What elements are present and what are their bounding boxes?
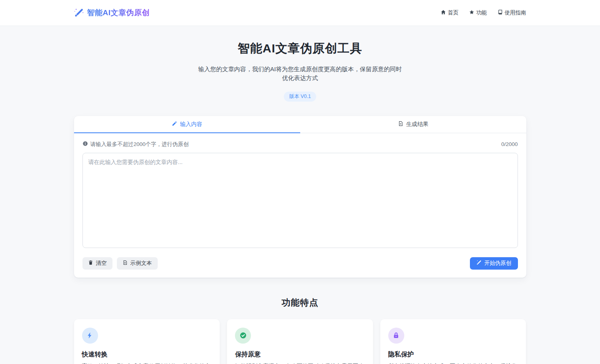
pen-icon bbox=[172, 121, 177, 128]
hero-section: 智能AI文章伪原创工具 输入您的文章内容，我们的AI将为您生成原创度更高的版本，… bbox=[0, 26, 600, 102]
book-icon bbox=[498, 10, 503, 16]
version-badge: 版本 V0.1 bbox=[284, 92, 316, 102]
clear-button-label: 清空 bbox=[96, 260, 107, 266]
tab-input-content[interactable]: 输入内容 bbox=[74, 116, 300, 133]
tab-generated-result[interactable]: 生成结果 bbox=[300, 116, 526, 133]
feature-card-description: 高效AI算法，瞬间完成文章伪原创转换，节省您的宝贵时间 bbox=[82, 362, 212, 364]
features-title: 功能特点 bbox=[74, 297, 526, 309]
page-subtitle: 输入您的文章内容，我们的AI将为您生成原创度更高的版本，保留原意的同时优化表达方… bbox=[197, 65, 403, 82]
nav-item-label: 首页 bbox=[448, 9, 459, 16]
input-hint-text: 请输入最多不超过2000个字，进行伪原创 bbox=[90, 141, 189, 148]
document-icon bbox=[398, 121, 403, 128]
magic-wand-icon bbox=[74, 8, 84, 18]
magic-wand-icon bbox=[476, 260, 482, 267]
top-navbar: 智能AI文章伪原创 首页 功能 bbox=[0, 0, 600, 26]
brand-logo[interactable]: 智能AI文章伪原创 bbox=[74, 8, 150, 18]
clear-button[interactable]: 清空 bbox=[82, 257, 112, 270]
editor-input-panel: 请输入最多不超过2000个字，进行伪原创 0/2000 清空 bbox=[74, 133, 526, 278]
star-icon bbox=[469, 10, 474, 16]
start-rewrite-button[interactable]: 开始伪原创 bbox=[470, 257, 518, 270]
tab-label: 输入内容 bbox=[180, 121, 203, 128]
feature-card-description: 所有处理均在本地完成，不会上传您的内容，保护您的隐私安全 bbox=[388, 362, 518, 364]
editor-card: 输入内容 生成结果 bbox=[74, 116, 526, 278]
home-icon bbox=[441, 10, 446, 16]
nav-item-home[interactable]: 首页 bbox=[441, 9, 459, 16]
article-input-textarea[interactable] bbox=[82, 153, 518, 248]
sample-text-button-label: 示例文本 bbox=[130, 260, 152, 266]
char-counter: 0/2000 bbox=[501, 141, 518, 147]
lock-icon bbox=[388, 328, 404, 344]
feature-card-fast-convert: 快速转换 高效AI算法，瞬间完成文章伪原创转换，节省您的宝贵时间 bbox=[74, 319, 220, 364]
feature-card-title: 隐私保护 bbox=[388, 350, 518, 359]
tab-label: 生成结果 bbox=[406, 121, 429, 128]
feature-card-title: 保持原意 bbox=[235, 350, 365, 359]
page-title: 智能AI文章伪原创工具 bbox=[0, 40, 600, 57]
sample-text-button[interactable]: 示例文本 bbox=[117, 257, 158, 270]
nav-item-label: 功能 bbox=[476, 9, 487, 16]
features-section: 功能特点 快速转换 高效AI算法，瞬间完成文章伪原创转换，节省您的宝贵时间 保持… bbox=[74, 297, 526, 364]
brand-title: 智能AI文章伪原创 bbox=[87, 8, 150, 18]
nav-item-label: 使用指南 bbox=[505, 9, 526, 16]
feature-card-description: 智能识别文章语义，在改写的同时确保核心意思不改变 bbox=[235, 362, 365, 364]
info-icon bbox=[82, 141, 88, 148]
main-nav: 首页 功能 使用指南 bbox=[441, 9, 526, 16]
feature-card-title: 快速转换 bbox=[82, 350, 212, 359]
nav-item-guide[interactable]: 使用指南 bbox=[498, 9, 526, 16]
feature-cards: 快速转换 高效AI算法，瞬间完成文章伪原创转换，节省您的宝贵时间 保持原意 智能… bbox=[74, 319, 526, 364]
nav-item-features[interactable]: 功能 bbox=[469, 9, 487, 16]
check-circle-icon bbox=[235, 328, 251, 344]
bolt-icon bbox=[82, 328, 98, 344]
feature-card-keep-meaning: 保持原意 智能识别文章语义，在改写的同时确保核心意思不改变 bbox=[227, 319, 373, 364]
editor-tabbar: 输入内容 生成结果 bbox=[74, 116, 526, 133]
file-icon bbox=[122, 260, 128, 267]
trash-icon bbox=[88, 260, 93, 267]
feature-card-privacy: 隐私保护 所有处理均在本地完成，不会上传您的内容，保护您的隐私安全 bbox=[380, 319, 526, 364]
start-rewrite-button-label: 开始伪原创 bbox=[484, 260, 512, 266]
